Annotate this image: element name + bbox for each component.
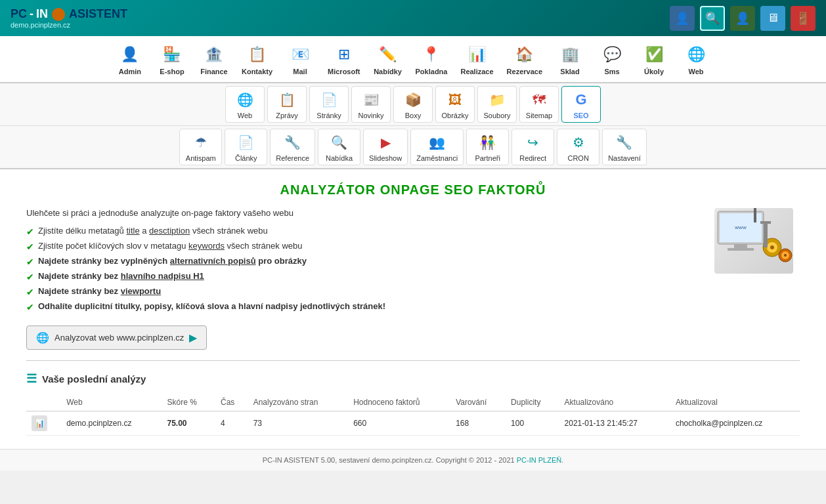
subnav2-redirect[interactable]: ↪ Redirect bbox=[511, 129, 554, 165]
row-hodnoceno: 660 bbox=[348, 411, 450, 436]
subnav2-partneri-label: Partneři bbox=[475, 154, 500, 162]
col-aktualizovano: Aktualizováno bbox=[559, 394, 670, 411]
nav-admin[interactable]: 👤 Admin bbox=[110, 40, 150, 78]
check-icon-1: ✔ bbox=[26, 226, 34, 237]
cron-icon: ⚙ bbox=[568, 132, 589, 153]
subnav2-zamestnanci[interactable]: 👥 Zaměstnanci bbox=[410, 129, 464, 165]
subnav1-soubory[interactable]: 📁 Soubory bbox=[477, 86, 517, 123]
feature-text-6: Odhalíte duplicitní titulky, popisy, klí… bbox=[38, 301, 385, 311]
feature-item-5: ✔ Najdete stránky bez viewportu bbox=[26, 286, 701, 297]
sub-nav2: ☂ Antispam 📄 Články 🔧 Reference 🔍 Nabídk… bbox=[0, 126, 826, 169]
subnav1-sitemap-icon: 🗺 bbox=[529, 89, 550, 110]
subnav2-cron[interactable]: ⚙ CRON bbox=[557, 129, 599, 165]
subnav2-partneri[interactable]: 👫 Partneři bbox=[466, 129, 509, 165]
logo-text: PC-IN ASISTENT bbox=[11, 7, 127, 21]
nav-web[interactable]: 🌐 Web bbox=[676, 40, 716, 78]
subnav1-zpravy-icon: 📋 bbox=[276, 89, 297, 110]
subnav2-nabidka[interactable]: 🔍 Nabídka bbox=[318, 129, 360, 165]
analyze-button[interactable]: 🌐 Analyzovat web www.pcinplzen.cz ▶ bbox=[26, 326, 207, 350]
subnav2-cron-label: CRON bbox=[567, 154, 588, 162]
nav-kontakty[interactable]: 📋 Kontakty bbox=[236, 40, 278, 78]
subnav2-nabidka-label: Nabídka bbox=[326, 154, 353, 162]
row-aktualizovano: 2021-01-13 21:45:27 bbox=[559, 411, 670, 436]
check-icon-4: ✔ bbox=[26, 272, 34, 282]
nav-web-label: Web bbox=[689, 68, 704, 75]
realizace-icon: 📊 bbox=[466, 43, 489, 66]
nav-nabidky[interactable]: ✏️ Nabídky bbox=[368, 40, 408, 78]
user-icon-btn[interactable]: 👤 bbox=[670, 6, 695, 31]
person-icon-btn[interactable]: 👤 bbox=[730, 6, 755, 31]
subnav1-obrazky-label: Obrázky bbox=[442, 112, 469, 119]
feature-text-4: Najdete stránky bez hlavního nadpisu H1 bbox=[38, 271, 204, 281]
row-chart-icon: 📊 bbox=[32, 415, 47, 431]
nav-eshop-label: E-shop bbox=[160, 68, 184, 75]
footer-link[interactable]: PC-IN PLZEŇ bbox=[517, 456, 561, 464]
subnav2-reference-label: Reference bbox=[276, 154, 309, 162]
svg-rect-11 bbox=[764, 221, 768, 247]
subnav1-web[interactable]: 🌐 Web bbox=[225, 86, 265, 123]
check-icon-6: ✔ bbox=[26, 302, 34, 312]
subnav1-novinky[interactable]: 📰 Novinky bbox=[351, 86, 391, 123]
analyses-table: Web Skóre % Čas Analyzováno stran Hodnoc… bbox=[26, 394, 800, 436]
subnav2-nastaveni[interactable]: 🔧 Nastavení bbox=[602, 129, 647, 165]
nav-sklad[interactable]: 🏢 Sklad bbox=[550, 40, 590, 78]
nav-kontakty-label: Kontakty bbox=[242, 68, 272, 75]
subnav1-novinky-icon: 📰 bbox=[360, 89, 381, 110]
subnav1-boxy-icon: 📦 bbox=[402, 89, 424, 110]
table-row[interactable]: 📊 demo.pcinplzen.cz 75.00 4 73 660 168 1… bbox=[26, 411, 800, 436]
subnav2-clanky[interactable]: 📄 Články bbox=[225, 129, 267, 165]
subnav1-sitemap[interactable]: 🗺 Sitemap bbox=[519, 86, 559, 123]
search-icon-btn[interactable]: 🔍 bbox=[700, 6, 725, 31]
subnav1-stranky-icon: 📄 bbox=[318, 89, 339, 110]
nav-realizace-label: Realizace bbox=[460, 68, 493, 75]
feature-item-4: ✔ Najdete stránky bez hlavního nadpisu H… bbox=[26, 271, 701, 282]
subnav2-slideshow[interactable]: ▶ Slideshow bbox=[363, 129, 408, 165]
rezervace-icon: 🏠 bbox=[513, 43, 536, 66]
subnav2-antispam[interactable]: ☂ Antispam bbox=[179, 129, 222, 165]
subnav2-reference[interactable]: 🔧 Reference bbox=[270, 129, 315, 165]
nav-eshop[interactable]: 🏪 E-shop bbox=[152, 40, 192, 78]
subnav1-stranky[interactable]: 📄 Stránky bbox=[309, 86, 349, 123]
machine-image: www bbox=[714, 208, 793, 274]
subnav2-zamestnanci-label: Zaměstnanci bbox=[416, 154, 458, 162]
nav-ukoly-label: Úkoly bbox=[644, 68, 664, 75]
subnav1-novinky-label: Novinky bbox=[358, 112, 383, 119]
header-icons: 👤 🔍 👤 🖥 🚪 bbox=[670, 6, 815, 31]
svg-rect-12 bbox=[760, 221, 771, 224]
nav-sklad-label: Sklad bbox=[560, 68, 579, 75]
nav-rezervace[interactable]: 🏠 Rezervace bbox=[502, 40, 548, 78]
list-icon: ☰ bbox=[26, 371, 37, 386]
nav-sms[interactable]: 💬 Sms bbox=[592, 40, 632, 78]
row-duplicity: 100 bbox=[506, 411, 559, 436]
footer-text: PC-IN ASISTENT 5.00, sestavení demo.pcin… bbox=[263, 456, 517, 464]
subnav2-nastaveni-label: Nastavení bbox=[608, 154, 641, 162]
feature-item-1: ✔ Zjistíte délku metatagů title a descti… bbox=[26, 226, 701, 237]
ukoly-icon: ✅ bbox=[642, 43, 666, 66]
nav-nabidky-label: Nabídky bbox=[374, 68, 402, 75]
section-title: ☰ Vaše poslední analýzy bbox=[26, 371, 800, 386]
feature-text-5: Najdete stránky bez viewportu bbox=[38, 286, 161, 296]
nav-microsoft[interactable]: ⊞ Microsoft bbox=[322, 40, 366, 78]
intro-text: Ulehčete si práci a jednoduše analyzujte… bbox=[26, 208, 701, 218]
subnav1-zpravy[interactable]: 📋 Zprávy bbox=[267, 86, 307, 123]
svg-text:www: www bbox=[734, 224, 747, 230]
nav-admin-label: Admin bbox=[119, 68, 141, 75]
subnav1-obrazky[interactable]: 🖼 Obrázky bbox=[435, 86, 475, 123]
col-icon bbox=[26, 394, 61, 411]
nav-realizace[interactable]: 📊 Realizace bbox=[455, 40, 498, 78]
row-icon-cell: 📊 bbox=[26, 411, 61, 436]
subnav1-seo[interactable]: G SEO bbox=[561, 86, 601, 123]
screen-icon-btn[interactable]: 🖥 bbox=[760, 6, 785, 31]
nav-finance[interactable]: 🏦 Finance bbox=[194, 40, 234, 78]
analyze-button-label: Analyzovat web www.pcinplzen.cz bbox=[54, 333, 184, 343]
exit-icon-btn[interactable]: 🚪 bbox=[791, 6, 815, 31]
divider bbox=[26, 360, 800, 361]
nav-pokladna[interactable]: 📍 Pokladna bbox=[410, 40, 453, 78]
subnav2-slideshow-label: Slideshow bbox=[369, 154, 402, 162]
subnav1-boxy[interactable]: 📦 Boxy bbox=[393, 86, 433, 123]
microsoft-icon: ⊞ bbox=[332, 43, 356, 66]
nav-ukoly[interactable]: ✅ Úkoly bbox=[634, 40, 674, 78]
partneri-icon: 👫 bbox=[477, 132, 498, 153]
nav-mail[interactable]: 📧 Mail bbox=[280, 40, 320, 78]
sub-nav1: 🌐 Web 📋 Zprávy 📄 Stránky 📰 Novinky 📦 Box… bbox=[0, 83, 826, 126]
